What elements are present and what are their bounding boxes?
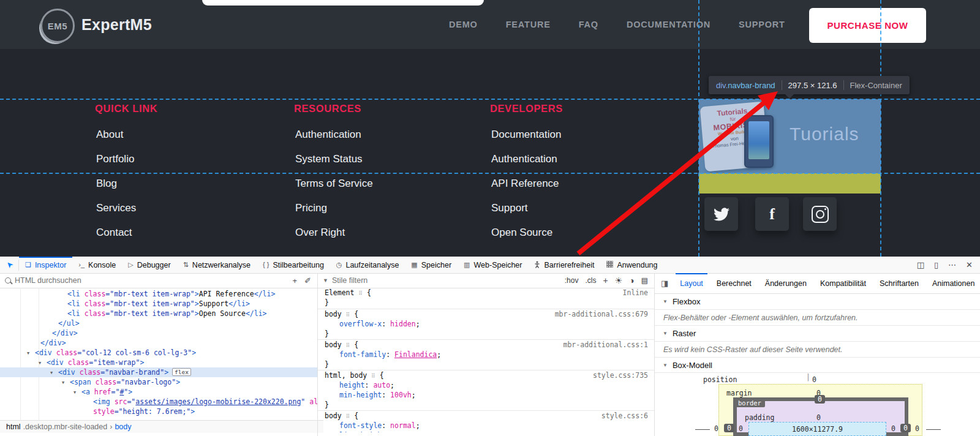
html-search-bar[interactable]: HTML durchsuchen + ✐ (0, 273, 317, 288)
pseudo-class-toggle[interactable]: :hov (565, 276, 579, 285)
brand-name[interactable]: ExpertM5 (81, 16, 152, 34)
margin-right-value[interactable]: 0 (915, 424, 919, 433)
meatball-menu-icon[interactable]: ⋯ (948, 260, 956, 269)
footer-link[interactable]: Portfolio (96, 153, 134, 165)
sidebar-tab-änderungen[interactable]: Änderungen (758, 273, 813, 293)
tree-row[interactable]: ▼<div class="item-wrap"> (0, 358, 317, 367)
devtools-tab-network[interactable]: ⇅Netzwerkanalyse (177, 257, 257, 273)
boxmodel-section-header[interactable]: ▼ Box-Modell (655, 358, 980, 373)
expand-arrow-icon[interactable]: ▼ (50, 368, 53, 378)
tree-row[interactable]: ▼<span class="navbar-logo"> (0, 377, 317, 387)
twitter-button[interactable] (704, 197, 738, 231)
padding-top-value[interactable]: 0 (816, 413, 821, 422)
tree-row[interactable]: <li class="mbr-text item-wrap">Support</… (0, 299, 317, 309)
nav-item-faq[interactable]: FAQ (579, 20, 598, 29)
print-media-icon[interactable]: ▤ (641, 276, 648, 285)
footer-link[interactable]: Documentation (491, 129, 561, 141)
rule-source-link[interactable]: Inline (622, 288, 648, 298)
css-declaration[interactable]: overflow-x: hidden; (318, 319, 654, 329)
tree-row[interactable]: <img src="assets/images/logo-mobirise-22… (0, 397, 317, 407)
css-declaration[interactable]: font-family: Finlandica; (318, 350, 654, 359)
rule-source-link[interactable]: mbr-additional.css:1 (564, 340, 648, 350)
tree-row[interactable]: ▼<a href="#"> (0, 387, 317, 397)
devtools-tab-inspector[interactable]: ❏Inspektor (19, 257, 72, 273)
footer-link[interactable]: Authentication (295, 129, 361, 141)
css-rule[interactable]: Element ⠿ {Inline} (318, 288, 654, 307)
add-rule-icon[interactable]: + (603, 276, 608, 285)
footer-link[interactable]: Terms of Service (295, 178, 373, 190)
devtools-tab-debugger[interactable]: ▷Debugger (122, 257, 176, 273)
rule-source-link[interactable]: style.css:735 (593, 370, 648, 380)
close-devtools-icon[interactable]: ✕ (966, 260, 973, 269)
css-declaration[interactable]: line-height: 1.5; (318, 430, 654, 432)
css-rule[interactable]: body ⠿ {style.css:6font-style: normal;li… (318, 410, 654, 432)
tree-row[interactable]: </div> (0, 338, 317, 348)
footer-link[interactable]: System Status (295, 153, 363, 165)
footer-link[interactable]: Pricing (295, 202, 327, 214)
css-declaration[interactable]: height: auto; (318, 380, 654, 390)
border-top-value[interactable]: 0 (815, 395, 825, 404)
nav-item-demo[interactable]: DEMO (449, 20, 478, 29)
styles-filter-bar[interactable]: ▼ Stile filtern :hov .cls + ☀ ◑ ▤ (318, 273, 654, 288)
tree-row[interactable]: <li class="mbr-text item-wrap">API Refer… (0, 289, 317, 299)
content-box[interactable]: 1600×11277.9 (748, 422, 886, 436)
sidebar-tab-schriftarten[interactable]: Schriftarten (873, 273, 925, 293)
padding-right-value[interactable]: 0 (891, 424, 895, 433)
breadcrumb-html[interactable]: html (6, 423, 21, 431)
tree-row[interactable]: <li class="mbr-text item-wrap">Open Sour… (0, 309, 317, 318)
css-declaration[interactable]: font-style: normal; (318, 421, 654, 430)
sidebar-tab-animationen[interactable]: Animationen (925, 273, 980, 293)
footer-link[interactable]: Blog (96, 178, 117, 190)
dark-scheme-icon[interactable]: ◑ (629, 276, 634, 285)
css-rule[interactable]: html, body ⠿ {style.css:735height: auto;… (318, 370, 654, 410)
tree-row[interactable]: ▼<div class="col-12 col-sm-6 col-lg-3"> (0, 348, 317, 358)
expand-arrow-icon[interactable]: ▼ (39, 358, 41, 368)
footer-link[interactable]: Over Right (295, 227, 345, 239)
class-toggle[interactable]: .cls (585, 276, 596, 285)
flexbox-section-header[interactable]: ▼ Flexbox (655, 293, 980, 310)
rule-source-link[interactable]: style.css:6 (601, 411, 648, 421)
devtools-tab-performance[interactable]: ◷Laufzeitanalyse (330, 257, 405, 273)
footer-link[interactable]: Services (96, 202, 136, 214)
tree-row[interactable]: style="height: 7.6rem;"> (0, 407, 317, 416)
css-rule[interactable]: body ⠿ {mbr-additional.css:679overflow-x… (318, 309, 654, 339)
footer-link[interactable]: API Reference (491, 178, 559, 190)
responsive-mode-icon[interactable]: ◫ (917, 260, 924, 269)
grid-section-header[interactable]: ▼ Raster (655, 326, 980, 342)
tree-row[interactable]: </ul> (0, 318, 317, 328)
footer-link[interactable]: Contact (96, 227, 132, 239)
instagram-button[interactable] (803, 197, 837, 231)
devtools-tab-memory[interactable]: ▦Speicher (405, 257, 458, 273)
css-rule[interactable]: body ⠿ {mbr-additional.css:1font-family:… (318, 339, 654, 369)
expand-arrow-icon[interactable]: ▼ (74, 388, 76, 397)
element-picker-button[interactable]: ➤ (0, 257, 18, 273)
nav-item-support[interactable]: SUPPORT (739, 20, 785, 29)
nav-item-feature[interactable]: FEATURE (506, 20, 551, 29)
tree-row[interactable]: ▼<div class="navbar-brand">flex (0, 367, 317, 377)
light-scheme-icon[interactable]: ☀ (615, 276, 623, 285)
facebook-button[interactable]: f (755, 197, 789, 231)
sidebar-tab-kompatibilität[interactable]: Kompatibilität (813, 273, 873, 293)
devtools-tab-application[interactable]: Anwendung (600, 257, 663, 273)
footer-link[interactable]: Authentication (491, 153, 557, 165)
footer-link[interactable]: Support (491, 202, 528, 214)
devtools-tab-styleeditor[interactable]: { }Stilbearbeitung (257, 257, 330, 273)
footer-link[interactable]: Open Source (491, 227, 552, 239)
sidebar-tab-berechnet[interactable]: Berechnet (710, 273, 758, 293)
css-declaration[interactable]: min-height: 100vh; (318, 390, 654, 400)
margin-left-value[interactable]: 0 (714, 424, 718, 433)
device-icon[interactable]: ▯ (934, 260, 938, 269)
brand-logo-icon[interactable]: EM5 (40, 9, 75, 43)
eyedropper-icon[interactable]: ✐ (304, 276, 311, 285)
sidebar-tab-layout[interactable]: Layout (673, 273, 710, 293)
devtools-tab-storage[interactable]: ▥Web-Speicher (458, 257, 528, 273)
padding-left-value[interactable]: 0 (739, 424, 743, 433)
flex-badge[interactable]: flex (172, 368, 191, 376)
expand-arrow-icon[interactable]: ▼ (27, 348, 29, 358)
sidebar-toggle-icon[interactable]: ◨ (655, 279, 673, 288)
breadcrumb-body[interactable]: body (115, 423, 131, 431)
position-top-value[interactable]: 0 (812, 375, 816, 384)
purchase-now-button[interactable]: PURCHASE NOW (809, 8, 926, 43)
border-left-value[interactable]: 0 (724, 424, 734, 432)
devtools-tab-accessibility[interactable]: Barrierefreiheit (528, 257, 600, 273)
